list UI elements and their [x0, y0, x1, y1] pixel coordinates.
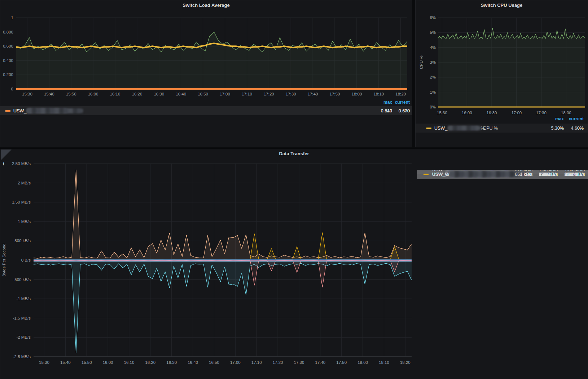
series-name-prefix: USW_W [432, 172, 449, 177]
load-average-chart[interactable]: 10.8000.6000.4000.200015:3015:4015:5016:… [0, 0, 413, 99]
svg-text:17:50: 17:50 [336, 360, 347, 365]
svg-text:16:30: 16:30 [154, 92, 164, 96]
series-name[interactable]: USW_ [13, 108, 83, 113]
svg-text:17:10: 17:10 [242, 92, 252, 96]
svg-text:1 MB/s: 1 MB/s [18, 219, 31, 224]
svg-text:16:50: 16:50 [209, 360, 219, 365]
series-color-swatch[interactable] [426, 128, 431, 129]
svg-text:15:40: 15:40 [60, 360, 71, 365]
svg-text:-500 kB/s: -500 kB/s [13, 277, 31, 282]
transfer-legend[interactable]: USW_ 370 kB/s1.40 kB/s1.55 MB/s USW_C 21… [417, 170, 588, 379]
svg-text:15:50: 15:50 [82, 360, 92, 365]
redacted-series-name [448, 126, 481, 130]
svg-text:18:20: 18:20 [400, 360, 411, 365]
svg-text:18:00: 18:00 [561, 111, 571, 115]
svg-text:18:00: 18:00 [357, 360, 368, 365]
svg-text:16:30: 16:30 [166, 360, 177, 365]
svg-text:16:40: 16:40 [176, 92, 186, 96]
svg-text:0.800: 0.800 [3, 30, 13, 34]
svg-text:1.50 MB/s: 1.50 MB/s [12, 200, 31, 204]
svg-text:15:50: 15:50 [66, 92, 76, 96]
svg-text:0.200: 0.200 [3, 72, 13, 77]
legend-row[interactable]: USW_CPU % 0%0% [416, 124, 588, 133]
svg-text:16:10: 16:10 [110, 92, 120, 96]
legend-value-3: 8.67 MB/s [552, 172, 585, 177]
svg-text:16:00: 16:00 [462, 111, 472, 115]
svg-text:17:40: 17:40 [315, 360, 325, 365]
svg-text:500 kB/s: 500 kB/s [14, 238, 31, 243]
svg-text:17:30: 17:30 [294, 360, 304, 365]
svg-text:18:10: 18:10 [373, 92, 384, 96]
svg-text:-1.5 MB/s: -1.5 MB/s [13, 316, 31, 320]
series-name-suffix: CPU % [483, 126, 498, 131]
svg-text:16:50: 16:50 [198, 92, 208, 96]
svg-text:4%: 4% [430, 45, 436, 50]
switch-load-average-panel: Switch Load Average 10.8000.6000.4000.20… [0, 0, 412, 147]
series-name-prefix: USW_ [434, 126, 447, 131]
switch-cpu-usage-panel: Switch CPU Usage 6%5%4%3%2%1%0%15:3016:0… [415, 0, 588, 147]
svg-text:15:30: 15:30 [437, 111, 447, 115]
svg-text:17:20: 17:20 [273, 360, 283, 365]
svg-text:1%: 1% [430, 90, 436, 94]
svg-text:16:40: 16:40 [188, 360, 198, 365]
legend-current-value: 0% [558, 126, 584, 131]
svg-text:17:10: 17:10 [251, 360, 262, 365]
svg-text:-1 MB/s: -1 MB/s [16, 296, 31, 301]
svg-text:17:50: 17:50 [330, 92, 340, 96]
legend-header-current[interactable]: current [388, 100, 410, 105]
svg-text:2%: 2% [430, 75, 436, 79]
svg-text:0 B/s: 0 B/s [21, 258, 31, 262]
svg-text:16:10: 16:10 [124, 360, 135, 365]
legend-current-value: 0 [381, 108, 410, 113]
svg-text:15:30: 15:30 [22, 92, 32, 96]
legend-row[interactable]: USW_W 661 kB/s4.05 kB/s8.67 MB/s [417, 170, 588, 179]
svg-text:17:00: 17:00 [511, 111, 522, 115]
redacted-series-name [27, 109, 83, 113]
svg-text:1: 1 [11, 15, 13, 20]
svg-text:3%: 3% [430, 60, 436, 64]
series-color-swatch[interactable] [424, 174, 429, 175]
series-name-prefix: USW_ [13, 108, 26, 113]
svg-text:16:20: 16:20 [132, 92, 142, 96]
svg-text:16:00: 16:00 [103, 360, 113, 365]
svg-text:6%: 6% [430, 15, 436, 20]
svg-text:2.50 MB/s: 2.50 MB/s [12, 161, 31, 166]
svg-text:0%: 0% [430, 105, 436, 109]
svg-text:0.400: 0.400 [3, 58, 13, 63]
legend-header-current[interactable]: current [562, 116, 584, 121]
svg-text:18:20: 18:20 [395, 92, 406, 96]
grafana-dashboard: Switch Load Average 10.8000.6000.4000.20… [0, 0, 588, 379]
svg-text:16:30: 16:30 [487, 111, 497, 115]
svg-text:2 MB/s: 2 MB/s [18, 181, 31, 185]
svg-text:16:00: 16:00 [88, 92, 98, 96]
cpu-usage-chart[interactable]: 6%5%4%3%2%1%0%15:3016:0016:3017:0017:301… [416, 0, 588, 117]
svg-text:18:10: 18:10 [379, 360, 389, 365]
svg-text:-2 MB/s: -2 MB/s [16, 335, 31, 339]
legend-row[interactable]: USW_ 00 [0, 106, 412, 115]
svg-text:5%: 5% [430, 30, 436, 35]
svg-text:-2.5 MB/s: -2.5 MB/s [13, 355, 31, 359]
svg-text:15:40: 15:40 [44, 92, 54, 96]
series-color-swatch[interactable] [5, 110, 10, 112]
svg-text:17:20: 17:20 [264, 92, 274, 96]
svg-text:17:40: 17:40 [308, 92, 318, 96]
svg-text:CPU %: CPU % [419, 55, 424, 69]
svg-text:17:00: 17:00 [230, 360, 241, 365]
data-transfer-panel: i Data Transfer 2.50 MB/s2 MB/s1.50 MB/s… [0, 149, 588, 379]
svg-text:15:30: 15:30 [39, 360, 49, 365]
svg-text:17:30: 17:30 [286, 92, 296, 96]
legend-header-max[interactable]: max [542, 116, 564, 121]
svg-text:0: 0 [11, 87, 13, 91]
svg-text:0.600: 0.600 [3, 44, 13, 48]
svg-text:17:30: 17:30 [536, 111, 547, 115]
svg-text:18:00: 18:00 [352, 92, 362, 96]
svg-text:Bytes Per Second: Bytes Per Second [2, 244, 6, 277]
svg-text:16:20: 16:20 [145, 360, 155, 365]
series-name[interactable]: USW_CPU % [434, 126, 498, 131]
svg-text:17:00: 17:00 [220, 92, 230, 96]
